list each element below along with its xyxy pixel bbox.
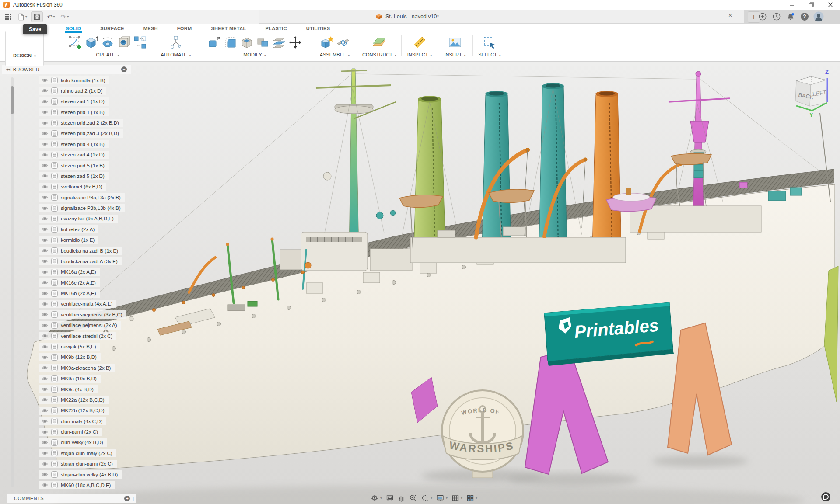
ship-3d-model[interactable]: WORLD OF WARSHIPS Printables (0, 62, 840, 504)
browser-item[interactable]: MK9a (10x B,D) (38, 375, 101, 383)
press-pull-icon[interactable] (207, 35, 222, 50)
browser-item[interactable]: svetlomet (6x B,D) (38, 183, 106, 191)
visibility-eye-icon[interactable] (41, 483, 48, 487)
visibility-eye-icon[interactable] (41, 291, 48, 296)
visibility-eye-icon[interactable] (41, 216, 48, 221)
pan-button[interactable] (397, 494, 406, 503)
browser-item[interactable]: stojan clun-parni (2x C) (38, 460, 117, 468)
view-cube[interactable]: BACK LEFT Z Y (786, 68, 835, 118)
ribbon-tab-solid[interactable]: SOLID (65, 24, 82, 33)
browser-item[interactable]: stojan clun-maly (2x C) (38, 449, 116, 457)
group-label-create[interactable]: CREATE ▾ (64, 52, 151, 57)
browser-item[interactable]: clun-parni (2x C) (38, 428, 102, 436)
user-avatar[interactable] (813, 11, 824, 22)
construction-plane-icon[interactable] (372, 35, 387, 50)
browser-item[interactable]: MK16b (2x A,E) (38, 289, 100, 298)
automate-icon[interactable] (168, 35, 183, 50)
move-copy-icon[interactable] (288, 35, 303, 50)
visibility-eye-icon[interactable] (41, 419, 48, 424)
undo-button[interactable]: ↶ ▾ (45, 12, 57, 21)
visibility-eye-icon[interactable] (41, 462, 48, 466)
group-label-select[interactable]: SELECT ▾ (473, 52, 506, 57)
notifications-icon[interactable] (785, 11, 796, 22)
browser-item[interactable]: MK9c (4x B,D) (38, 385, 98, 393)
warships-medallion[interactable]: WORLD OF WARSHIPS (442, 390, 523, 478)
visibility-eye-icon[interactable] (41, 430, 48, 434)
visibility-eye-icon[interactable] (41, 397, 48, 402)
browser-item[interactable]: signalizace P3a,L3a (2x B) (38, 193, 125, 202)
visibility-eye-icon[interactable] (41, 248, 48, 253)
orbit-button[interactable]: ▾ (370, 494, 383, 503)
browser-item[interactable]: ventilace-mala (4x A,E) (38, 300, 116, 308)
browser-item[interactable]: stojan-clun velky (4x B,D) (38, 470, 122, 479)
visibility-eye-icon[interactable] (41, 99, 48, 104)
combine-icon[interactable] (256, 35, 270, 50)
redo-button[interactable]: ↷ ▾ (59, 12, 71, 21)
browser-item[interactable]: clun-velky (4x B,D) (38, 438, 107, 447)
browser-item[interactable]: MK16c (2x A,E) (38, 278, 100, 287)
visibility-eye-icon[interactable] (41, 440, 48, 445)
joint-icon[interactable] (336, 35, 350, 50)
workspace-selector[interactable]: DESIGN ▾ (5, 31, 44, 66)
model-viewport[interactable]: WORLD OF WARSHIPS Printables (0, 62, 840, 504)
browser-item[interactable]: signalizace P3b,L3b (4x B) (38, 204, 125, 212)
pattern-icon[interactable] (133, 35, 147, 50)
browser-item[interactable]: stezen zad 4 (1x D) (38, 151, 108, 159)
browser-item[interactable]: stezen prid 1 (1x B) (38, 108, 108, 116)
browser-item[interactable]: stezen zad 1 (1x D) (38, 97, 108, 106)
browser-item[interactable]: boudicka na zadi A (3x E) (38, 257, 122, 265)
visibility-eye-icon[interactable] (41, 121, 48, 125)
visibility-eye-icon[interactable] (41, 131, 48, 136)
browser-scrollbar[interactable] (11, 77, 14, 487)
visibility-eye-icon[interactable] (41, 451, 48, 455)
visibility-eye-icon[interactable] (41, 387, 48, 392)
foremast[interactable] (316, 69, 396, 250)
zoom-button[interactable] (408, 494, 418, 503)
ribbon-tab-sheet-metal[interactable]: SHEET METAL (210, 24, 247, 33)
shell-icon[interactable] (239, 35, 254, 50)
group-label-assemble[interactable]: ASSEMBLE ▾ (313, 52, 356, 57)
restore-icon[interactable] (802, 0, 821, 10)
document-tab[interactable]: St. Louis - navod v10* (259, 10, 744, 23)
browser-item[interactable]: stezen prid,zad 3 (2x B,D) (38, 129, 123, 138)
app-grid-icon[interactable] (3, 12, 14, 22)
browser-item[interactable]: clun-maly (4x C,D) (38, 417, 106, 425)
extensions-icon[interactable] (757, 11, 768, 22)
browser-item[interactable]: MK60 (18x A,B,C,D,E) (38, 481, 115, 489)
browser-item[interactable]: kormidlo (1x E) (38, 236, 98, 244)
grid-display-button[interactable]: ▾ (451, 494, 463, 503)
select-icon[interactable] (482, 35, 497, 50)
visibility-eye-icon[interactable] (41, 206, 48, 211)
browser-item[interactable]: uvazny kul (9x A,B,D,E) (38, 215, 118, 223)
new-component-icon[interactable] (319, 35, 334, 50)
visibility-eye-icon[interactable] (41, 227, 48, 232)
browser-item[interactable]: ventilace-nejmensi (2x A) (38, 321, 121, 330)
comments-panel-header[interactable]: COMMENTS + | (7, 494, 136, 503)
visibility-eye-icon[interactable] (41, 408, 48, 413)
ribbon-tab-mesh[interactable]: MESH (143, 24, 159, 33)
visibility-eye-icon[interactable] (41, 142, 48, 146)
visibility-eye-icon[interactable] (41, 344, 48, 349)
visibility-eye-icon[interactable] (41, 174, 48, 178)
browser-item[interactable]: kul-retez (2x A) (38, 225, 98, 233)
save-button[interactable] (31, 11, 43, 22)
visibility-eye-icon[interactable] (41, 365, 48, 370)
collapse-panel-icon[interactable]: ◀◀ (6, 68, 10, 71)
browser-item[interactable]: boudicka na zadi B (1x E) (38, 247, 122, 255)
visibility-eye-icon[interactable] (41, 355, 48, 360)
ribbon-tab-utilities[interactable]: UTILITIES (305, 24, 331, 33)
visibility-eye-icon[interactable] (41, 472, 48, 477)
split-body-icon[interactable] (272, 35, 287, 50)
browser-item[interactable]: MK9a-zkracena (2x B) (38, 364, 115, 372)
file-icon[interactable]: ▾ (16, 11, 29, 22)
group-label-insert[interactable]: INSERT ▾ (438, 52, 472, 57)
measure-icon[interactable] (412, 35, 427, 50)
visibility-eye-icon[interactable] (41, 302, 48, 306)
ribbon-tab-plastic[interactable]: PLASTIC (264, 24, 287, 33)
visibility-eye-icon[interactable] (41, 184, 48, 189)
browser-item[interactable]: stezen zad 5 (1x D) (38, 172, 108, 180)
visibility-eye-icon[interactable] (41, 312, 48, 317)
tab-close-icon[interactable]: × (728, 12, 732, 18)
visibility-eye-icon[interactable] (41, 280, 48, 285)
revolve-icon[interactable] (100, 35, 115, 50)
